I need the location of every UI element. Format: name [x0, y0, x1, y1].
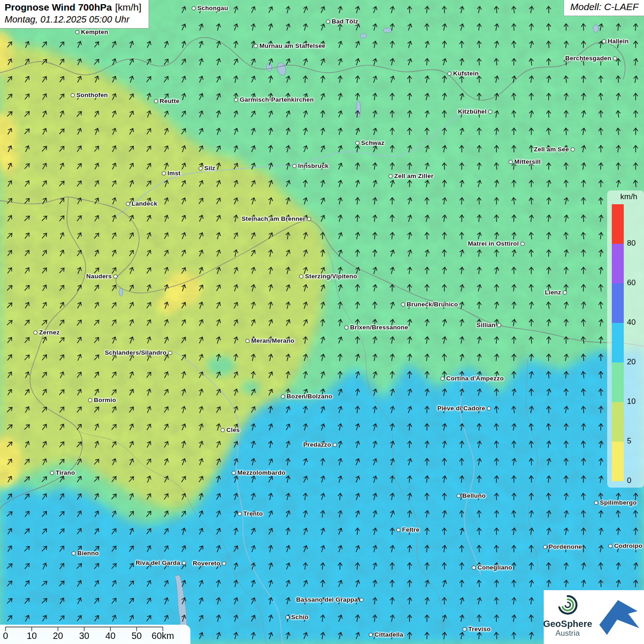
- page-title: Prognose Wind 700hPa[km/h]: [5, 2, 141, 13]
- legend-swatch: [612, 402, 624, 442]
- legend-value-label: 60: [627, 278, 636, 288]
- legend-row: 80: [612, 204, 644, 244]
- scale-number: 20: [53, 631, 63, 641]
- forecast-datetime: Montag, 01.12.2025 05:00 Uhr: [5, 14, 141, 25]
- model-label: Modell: C-LAEF: [564, 0, 644, 16]
- wind-speed-legend: km/h 806040201050: [607, 190, 644, 488]
- legend-swatch: [612, 204, 624, 244]
- logo-brand-text: GeoSphere: [543, 619, 592, 629]
- scale-number: 10: [27, 631, 37, 641]
- legend-value-label: 40: [627, 318, 636, 327]
- weather-map: [0, 0, 644, 644]
- legend-value-label: 20: [627, 357, 636, 367]
- title-unit: [km/h]: [115, 2, 141, 12]
- legend-swatch: [612, 323, 624, 362]
- legend-value-label: 5: [627, 437, 631, 446]
- geosphere-logo-panel: GeoSphere Austria: [544, 590, 644, 644]
- legend-unit-label: km/h: [614, 192, 644, 201]
- legend-row: 0: [612, 442, 644, 481]
- scale-number: 0: [3, 631, 8, 641]
- legend-color-bar: 806040201050: [607, 204, 644, 481]
- scale-number: 50: [132, 631, 142, 641]
- legend-value-label: 0: [627, 476, 631, 485]
- logo-country-text: Austria: [556, 629, 580, 638]
- forecast-title-panel: Prognose Wind 700hPa[km/h] Montag, 01.12…: [0, 0, 149, 29]
- legend-value-label: 10: [627, 397, 636, 406]
- legend-row: 40: [612, 283, 644, 323]
- scale-number: 60km: [152, 631, 174, 641]
- map-scale-bar: 0102030405060km: [0, 625, 190, 644]
- legend-row: 20: [612, 323, 644, 362]
- legend-swatch: [612, 442, 624, 481]
- legend-row: 10: [612, 362, 644, 402]
- legend-swatch: [612, 244, 624, 283]
- legend-swatch: [612, 283, 624, 323]
- geosphere-logo-right: [592, 590, 644, 644]
- scale-number: 30: [79, 631, 89, 641]
- legend-swatch: [612, 362, 624, 402]
- legend-value-label: 80: [627, 239, 636, 248]
- geosphere-blue-mark-icon: [593, 592, 643, 642]
- legend-row: 5: [612, 402, 644, 442]
- geosphere-swirl-icon: [555, 593, 581, 617]
- legend-row: 60: [612, 244, 644, 283]
- title-text: Prognose Wind 700hPa: [5, 2, 112, 12]
- scale-number: 40: [105, 631, 115, 641]
- geosphere-logo-left: GeoSphere Austria: [544, 590, 592, 644]
